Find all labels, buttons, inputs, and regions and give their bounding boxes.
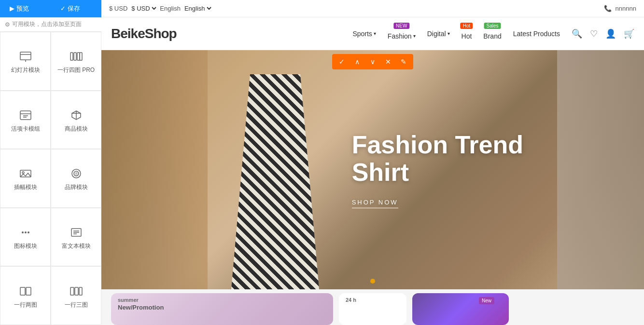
shop-logo[interactable]: BeikeShop <box>111 26 177 41</box>
svg-rect-26 <box>20 287 25 295</box>
one-four-pro-label: 一行四图 PRO <box>57 66 95 74</box>
currency-select[interactable]: $ USD <box>129 4 158 13</box>
nav-item-digital[interactable]: Digital ▾ <box>427 30 450 38</box>
nav-item-hot[interactable]: Hot Hot <box>462 27 472 40</box>
richtext-icon <box>69 226 84 239</box>
shop-header: BeikeShop Sports ▾ NEW Fashion ▾ Digital… <box>101 17 644 50</box>
card-label: 活项卡模组 <box>11 125 40 133</box>
hero-text: Fashion Trend Shirt SHOP NOW <box>352 131 523 208</box>
nav-fashion-label: Fashion <box>388 32 412 40</box>
nav-icons: 🔍 ♡ 👤 🛒 <box>572 28 634 39</box>
sidebar-item-banner[interactable]: 插幅模块 <box>0 149 51 208</box>
promo-card-new[interactable]: New <box>412 293 509 325</box>
logo-text-shop: Shop <box>145 26 177 41</box>
sidebar-item-icon[interactable]: 图标模块 <box>0 208 51 267</box>
nav-item-fashion[interactable]: NEW Fashion ▾ <box>388 27 416 40</box>
top-bar: $ USD $ USD English English 📞 nnnnnn <box>101 0 644 17</box>
toolbar-delete-button[interactable]: ✕ <box>382 56 394 68</box>
shop-now-button[interactable]: SHOP NOW <box>352 199 398 208</box>
promo-timer-label: 24 h <box>346 297 356 303</box>
one-three-icon <box>69 284 84 298</box>
preview-label: 预览 <box>16 4 29 13</box>
product-label: 商品模块 <box>65 125 88 133</box>
account-icon[interactable]: 👤 <box>605 28 616 39</box>
sidebar-item-card[interactable]: 活项卡模组 <box>0 91 51 149</box>
dress-pattern <box>212 74 338 289</box>
main-content: $ USD $ USD English English 📞 nnnnnn Bei… <box>101 0 644 325</box>
cart-icon[interactable]: 🛒 <box>624 28 634 39</box>
save-label: 保存 <box>68 4 80 13</box>
preview-button[interactable]: ▶ 预览 <box>0 0 39 17</box>
brand-badge: Sales <box>484 23 501 29</box>
nav-item-latest[interactable]: Latest Products <box>513 30 560 38</box>
preview-icon: ▶ <box>10 5 14 12</box>
richtext-label: 富文本模块 <box>62 242 91 250</box>
fashion-figure <box>179 50 372 289</box>
hero-title-line2: Shirt <box>352 158 409 186</box>
nav-latest-label: Latest Products <box>513 30 560 38</box>
slider-label: 幻灯片模块 <box>11 66 40 74</box>
sidebar-item-richtext[interactable]: 富文本模块 <box>51 208 101 267</box>
language-select[interactable]: English <box>182 4 213 13</box>
module-grid: 幻灯片模块 一行四图 PRO <box>0 32 101 325</box>
hero-section: Fashion Trend Shirt SHOP NOW ✓ ∧ ∨ ✕ ✎ <box>101 50 644 289</box>
promo-summer-label: summer <box>118 297 139 303</box>
svg-rect-0 <box>20 52 31 60</box>
svg-rect-27 <box>26 287 31 295</box>
toolbar-down-button[interactable]: ∨ <box>367 56 378 68</box>
nav-chevron-sports: ▾ <box>374 31 376 36</box>
promo-card-summer[interactable]: summer New/Promotion <box>111 293 333 325</box>
hint-icon: ⚙ <box>5 21 10 28</box>
svg-point-15 <box>22 172 24 174</box>
card-icon <box>18 108 33 122</box>
promo-section: summer New/Promotion 24 h New <box>101 289 644 325</box>
fashion-badge: NEW <box>393 23 409 29</box>
svg-point-21 <box>28 231 29 233</box>
promo-new-badge: New <box>479 297 494 304</box>
save-icon: ✓ <box>60 5 66 12</box>
toolbar-edit-button[interactable]: ✎ <box>398 56 409 68</box>
hero-pagination-dot[interactable] <box>370 279 375 284</box>
promo-summer-title: New/Promotion <box>118 304 164 311</box>
nav-digital-label: Digital <box>427 30 446 38</box>
hero-toolbar: ✓ ∧ ∨ ✕ ✎ <box>332 54 413 69</box>
nav-hot-label: Hot <box>462 32 472 40</box>
sidebar-item-one-four-pro[interactable]: 一行四图 PRO <box>51 32 101 91</box>
banner-label: 插幅模块 <box>14 183 37 191</box>
toolbar-confirm-button[interactable]: ✓ <box>336 56 348 68</box>
promo-card-timer[interactable]: 24 h <box>339 293 406 325</box>
svg-rect-5 <box>74 53 76 60</box>
svg-rect-28 <box>70 287 74 295</box>
wishlist-icon[interactable]: ♡ <box>590 28 598 39</box>
pillar-right <box>557 50 644 289</box>
logo-text: Beike <box>111 26 145 41</box>
nav-chevron-digital: ▾ <box>448 31 450 36</box>
sidebar-item-product[interactable]: 商品模块 <box>51 91 101 149</box>
sidebar-hint: ⚙ 可用模块，点击添加至页面 <box>0 17 101 32</box>
sidebar-item-one-two[interactable]: 一行两图 <box>0 266 51 325</box>
hot-badge: Hot <box>461 23 473 29</box>
svg-rect-4 <box>70 53 73 60</box>
sidebar-item-brand[interactable]: ® 品牌模块 <box>51 149 101 208</box>
hero-title-line1: Fashion Trend <box>352 131 523 159</box>
svg-rect-29 <box>75 287 78 295</box>
language-display: English <box>160 5 181 12</box>
svg-rect-7 <box>80 53 82 60</box>
save-button[interactable]: ✓ 保存 <box>39 0 101 17</box>
currency-display: $ USD <box>109 5 127 12</box>
sidebar-item-one-three[interactable]: 一行三图 <box>51 266 101 325</box>
hero-title: Fashion Trend Shirt <box>352 131 523 186</box>
sidebar-item-slider[interactable]: 幻灯片模块 <box>0 32 51 91</box>
svg-point-19 <box>22 231 24 233</box>
slider-icon <box>18 50 33 63</box>
icon-module-icon <box>18 226 33 239</box>
sidebar-top-bar: ▶ 预览 ✓ 保存 <box>0 0 101 17</box>
search-icon[interactable]: 🔍 <box>572 28 582 39</box>
svg-text:®: ® <box>75 172 78 176</box>
nav-item-brand[interactable]: Sales Brand <box>483 27 501 40</box>
toolbar-up-button[interactable]: ∧ <box>351 56 363 68</box>
top-bar-left: $ USD $ USD English English <box>109 4 213 13</box>
brand-label: 品牌模块 <box>65 183 88 191</box>
svg-point-3 <box>25 61 26 62</box>
nav-item-sports[interactable]: Sports ▾ <box>352 30 376 38</box>
